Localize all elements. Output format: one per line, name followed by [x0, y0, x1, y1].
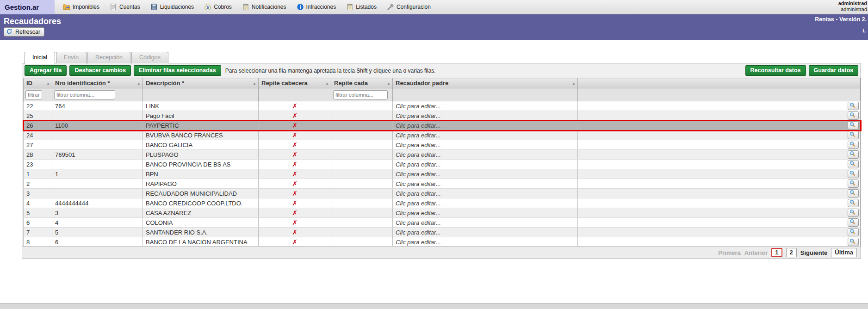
- cell-repite-cada: [331, 179, 393, 189]
- pagination-page-2[interactable]: 2: [786, 248, 797, 257]
- cell-recaudador-padre[interactable]: Clic para editar...: [393, 218, 578, 228]
- table-row[interactable]: 3 RECAUDADOR MUNICIPALIDAD ✗ Clic para e…: [24, 189, 861, 198]
- menu-item-configuracion[interactable]: Configuracion: [387, 3, 431, 11]
- cell-repite-cada: [331, 228, 393, 237]
- cell-nro-identificacion: [52, 160, 143, 169]
- detail-button[interactable]: [848, 141, 859, 149]
- column-header-descripcion[interactable]: Descripción *▲: [143, 78, 259, 88]
- pagination-first[interactable]: Primera: [718, 249, 740, 256]
- table-row[interactable]: 24 BVUBVA BANCO FRANCES ✗ Clic para edit…: [24, 130, 861, 140]
- cell-recaudador-padre[interactable]: Clic para editar...: [393, 169, 578, 179]
- cell-recaudador-padre[interactable]: Clic para editar...: [393, 228, 578, 237]
- cell-recaudador-padre[interactable]: Clic para editar...: [393, 111, 578, 121]
- cell-recaudador-padre[interactable]: Clic para editar...: [393, 189, 578, 198]
- detail-button[interactable]: [848, 179, 859, 188]
- undo-changes-button[interactable]: Deshacer cambios: [69, 65, 130, 76]
- detail-button[interactable]: [848, 121, 859, 130]
- table-row[interactable]: 5 3 CASA AZNAREZ ✗ Clic para editar...: [24, 208, 861, 218]
- tab-recepcion[interactable]: Recepción: [87, 52, 130, 63]
- cell-recaudador-padre[interactable]: Clic para editar...: [393, 198, 578, 208]
- cell-nro-identificacion: 5: [52, 228, 143, 237]
- table-row[interactable]: 6 4 COLONIA ✗ Clic para editar...: [24, 218, 861, 228]
- column-header-nro-identificacion[interactable]: Nro identificación *▲: [52, 78, 143, 88]
- table-row[interactable]: 2 RAPIPAGO ✗ Clic para editar...: [24, 179, 861, 189]
- cell-id: 23: [24, 160, 52, 169]
- table-row[interactable]: 1 1 BPN ✗ Clic para editar...: [24, 169, 861, 179]
- sort-arrow-icon: ▲: [387, 81, 391, 86]
- detail-button[interactable]: [848, 238, 859, 246]
- cell-nro-identificacion: 4: [52, 218, 143, 228]
- column-header-recaudador-padre[interactable]: Recaudador padre▲: [393, 78, 578, 88]
- table-row[interactable]: 28 769501 PLUSPAGO ✗ Clic para editar...: [24, 150, 861, 160]
- cell-descripcion: BANCO DE LA NACION ARGENTINA: [143, 237, 259, 247]
- table-row[interactable]: 4 4444444444 BANCO CREDICOOP COOP.LTDO. …: [24, 198, 861, 208]
- detail-button[interactable]: [848, 150, 859, 159]
- detail-button[interactable]: [848, 111, 859, 120]
- menu-item-cobros[interactable]: $ Cobros: [204, 3, 232, 11]
- pagination-page-1[interactable]: 1: [771, 248, 782, 257]
- cell-nro-identificacion: 4444444444: [52, 198, 143, 208]
- cell-recaudador-padre[interactable]: Clic para editar...: [393, 121, 578, 130]
- pagination-last[interactable]: Última: [831, 248, 857, 257]
- detail-button[interactable]: [848, 189, 859, 198]
- column-header-id[interactable]: ID▲: [24, 78, 52, 88]
- detail-button[interactable]: [848, 209, 859, 217]
- cell-recaudador-padre[interactable]: Clic para editar...: [393, 160, 578, 169]
- table-row[interactable]: 27 BANCO GALICIA ✗ Clic para editar...: [24, 140, 861, 150]
- filter-input-repite-cada[interactable]: [333, 90, 388, 99]
- save-button[interactable]: Guardar datos: [809, 65, 858, 76]
- table-row[interactable]: 23 BANCO PROVINCIA DE BS AS ✗ Clic para …: [24, 160, 861, 169]
- magnifier-icon: [849, 122, 857, 129]
- cell-id: 6: [24, 218, 52, 228]
- column-header-repite-cabecera[interactable]: Repite cabecera▲: [259, 78, 331, 88]
- magnifier-icon: [849, 170, 857, 178]
- cell-repite-cabecera: ✗: [259, 198, 331, 208]
- tab-codigos[interactable]: Códigos: [131, 52, 168, 63]
- cell-descripcion: BANCO PROVINCIA DE BS AS: [143, 160, 259, 169]
- menu-item-label: Imponibles: [73, 4, 99, 10]
- cell-recaudador-padre[interactable]: Clic para editar...: [393, 130, 578, 140]
- cell-recaudador-padre[interactable]: Clic para editar...: [393, 208, 578, 218]
- detail-button[interactable]: [848, 131, 859, 139]
- add-row-button[interactable]: Agregar fila: [25, 65, 67, 76]
- detail-button[interactable]: [848, 199, 859, 207]
- cell-recaudador-padre[interactable]: Clic para editar...: [393, 179, 578, 189]
- detail-button[interactable]: [848, 228, 859, 236]
- detail-button[interactable]: [848, 160, 859, 168]
- menu-item-infracciones[interactable]: Infracciones: [297, 3, 336, 11]
- menu-item-notificaciones[interactable]: Notificaciones: [242, 3, 286, 11]
- table-row[interactable]: 25 Pago Fácil ✗ Clic para editar...: [24, 111, 861, 121]
- filter-input-nro-identificacion[interactable]: [54, 90, 115, 99]
- menu-item-listados[interactable]: Listados: [346, 3, 377, 11]
- cell-id: 5: [24, 208, 52, 218]
- cell-repite-cabecera: ✗: [259, 208, 331, 218]
- menu-item-cuentas[interactable]: Cuentas: [110, 3, 140, 11]
- corner-link[interactable]: L: [862, 28, 866, 33]
- table-row[interactable]: 7 5 SANTANDER RIO S.A. ✗ Clic para edita…: [24, 228, 861, 237]
- pagination-previous[interactable]: Anterior: [744, 249, 768, 256]
- menu-item-liquidaciones[interactable]: Liquidaciones: [150, 3, 194, 11]
- menu-item-imponibles[interactable]: Imponibles: [63, 3, 99, 11]
- cell-recaudador-padre[interactable]: Clic para editar...: [393, 140, 578, 150]
- notepad-icon: [242, 3, 249, 11]
- cell-nro-identificacion: 1100: [52, 121, 143, 130]
- cell-recaudador-padre[interactable]: Clic para editar...: [393, 101, 578, 111]
- cell-repite-cada: [331, 218, 393, 228]
- pagination-next[interactable]: Siguiente: [800, 249, 828, 256]
- table-row[interactable]: 22 764 LINK ✗ Clic para editar...: [24, 101, 861, 111]
- app-logo[interactable]: Gestion.ar: [0, 0, 55, 14]
- requery-button[interactable]: Reconsultar datos: [745, 65, 806, 76]
- tab-inicial[interactable]: Inicial: [25, 52, 55, 64]
- table-row[interactable]: 26 1100 PAYPERTIC ✗ Clic para editar...: [24, 121, 861, 130]
- delete-selected-rows-button[interactable]: Eliminar filas seleccionadas: [134, 65, 221, 76]
- cell-recaudador-padre[interactable]: Clic para editar...: [393, 237, 578, 247]
- detail-button[interactable]: [848, 170, 859, 178]
- detail-button[interactable]: [848, 218, 859, 227]
- cell-recaudador-padre[interactable]: Clic para editar...: [393, 150, 578, 160]
- tab-envio[interactable]: Envío: [56, 52, 87, 63]
- refresh-button[interactable]: Refrescar: [4, 27, 44, 37]
- filter-input-id[interactable]: [25, 90, 42, 99]
- table-row[interactable]: 8 6 BANCO DE LA NACION ARGENTINA ✗ Clic …: [24, 237, 861, 247]
- detail-button[interactable]: [848, 102, 859, 110]
- column-header-repite-cada[interactable]: Repite cada▲: [331, 78, 393, 88]
